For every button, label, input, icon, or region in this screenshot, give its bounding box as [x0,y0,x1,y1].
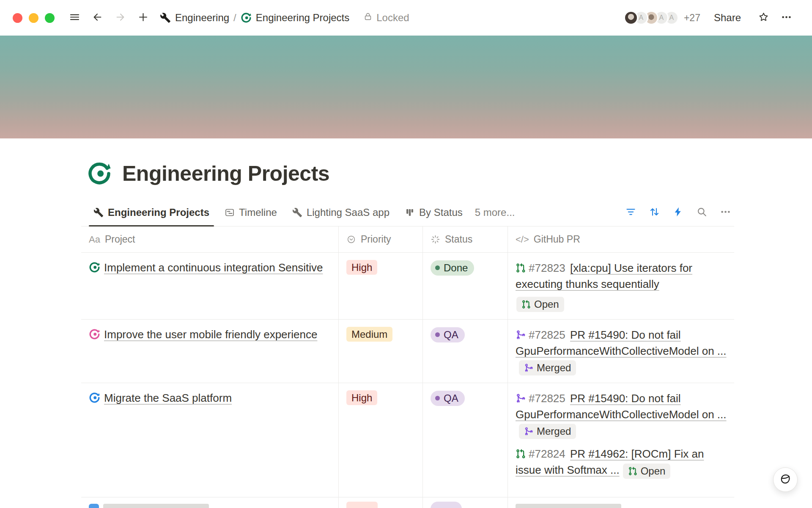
pr-number: #72823 [529,262,565,274]
breadcrumb-item-engineering[interactable]: Engineering [156,10,233,26]
page-title[interactable]: Engineering Projects [122,161,329,186]
page-icon[interactable] [87,161,112,186]
ellipsis-icon [781,11,792,24]
notion-ai-button[interactable] [773,467,798,492]
sidebar-toggle-button[interactable] [65,8,84,28]
page-more-button[interactable] [776,8,796,28]
status-dot [435,265,440,270]
project-cell [81,497,338,508]
select-property-icon [346,235,356,244]
project-title-fragment [103,504,209,508]
status-cell[interactable]: Done [422,253,508,319]
table-row: Migrate the SaaS platform High QA #72825… [81,383,734,497]
github-pr-mention[interactable]: #72825 PR #15490: Do not fail GpuPerform… [516,390,727,439]
code-property-icon: </> [516,234,529,245]
avatar-overflow-count[interactable]: +27 [684,12,700,24]
view-tab-lighting-saas-app[interactable]: Lighting SaaS app [287,199,395,226]
board-icon [405,207,415,218]
status-tag[interactable]: QA [431,327,465,342]
breadcrumb-label: Engineering Projects [256,12,349,24]
share-button[interactable]: Share [711,11,743,24]
status-dot [435,332,440,337]
forward-button[interactable] [110,8,130,28]
git-pull-request-open-icon [516,449,526,459]
sort-button[interactable] [645,204,663,221]
project-cell[interactable]: Improve the user mobile friendly experie… [81,320,338,383]
filter-icon [625,206,636,219]
status-label: Done [444,260,468,276]
project-page-link[interactable]: Improve the user mobile friendly experie… [89,328,317,341]
status-cell[interactable]: QA [422,383,508,497]
priority-tag-fragment [346,502,378,508]
priority-cell[interactable]: High [338,383,422,497]
column-header-github-pr[interactable]: </> GitHub PR [508,226,734,252]
project-cell[interactable]: Implement a continuous integration Sensi… [81,253,338,319]
pr-status-label: Open [641,464,666,479]
collaborator-avatars[interactable]: A A A [624,11,679,25]
project-page-link[interactable]: Implement a continuous integration Sensi… [89,261,323,274]
automations-button[interactable] [669,204,687,221]
status-cell[interactable]: QA [422,320,508,383]
favorite-button[interactable] [754,8,773,28]
github-pr-mention[interactable]: #72823 [xla:cpu] Use iterators for execu… [516,260,727,292]
plus-icon [137,11,149,24]
pr-status-badge: Merged [519,360,576,375]
locked-indicator[interactable]: Locked [363,12,409,24]
breadcrumb-item-engineering-projects[interactable]: Engineering Projects [237,10,353,26]
priority-tag[interactable]: High [346,390,377,405]
search-button[interactable] [693,204,710,221]
github-pr-cell[interactable]: #72823 [xla:cpu] Use iterators for execu… [508,253,734,319]
git-merge-icon [516,330,526,340]
pr-status-label: Open [534,297,559,312]
github-pr-cell[interactable]: #72825 PR #15490: Do not fail GpuPerform… [508,383,734,497]
git-pull-request-open-icon [516,263,526,273]
table-row: Implement a continuous integration Sensi… [81,253,734,320]
view-actions [622,204,734,221]
page-cover[interactable] [0,36,812,138]
status-tag[interactable]: Done [431,260,474,276]
git-merge-icon [524,427,533,436]
column-label: Priority [361,234,391,245]
project-page-link[interactable]: Migrate the SaaS platform [89,392,232,404]
column-header-status[interactable]: Status [422,226,508,252]
github-pr-mention[interactable]: #72825 PR #15490: Do not fail GpuPerform… [516,327,727,375]
hamburger-icon [69,11,80,24]
back-arrow-icon [92,11,103,24]
column-label: Status [445,234,472,245]
avatar[interactable] [624,11,638,25]
status-tag[interactable]: QA [431,391,465,406]
priority-tag[interactable]: Medium [346,327,392,342]
view-more-button[interactable] [716,204,734,221]
status-dot [435,396,440,400]
view-tab-by-status[interactable]: By Status [399,199,468,226]
project-page-icon [89,329,100,340]
pr-status-badge: Open [623,464,671,479]
notion-window: Engineering / Engineering Projects Locke… [0,0,812,508]
view-tab-engineering-projects[interactable]: Engineering Projects [88,199,215,226]
wrench-icon [292,207,302,218]
more-views-link[interactable]: 5 more... [475,207,515,218]
fullscreen-window-button[interactable] [45,13,55,23]
view-tab-timeline[interactable]: Timeline [219,199,283,226]
priority-cell[interactable]: Medium [338,320,422,383]
github-pr-cell[interactable]: #72825 PR #15490: Do not fail GpuPerform… [508,320,734,383]
column-header-priority[interactable]: Priority [338,226,422,252]
status-label: QA [444,327,458,342]
status-property-icon [431,235,440,244]
github-pr-mention[interactable]: #72824 PR #14962: [ROCm] Fix an issue wi… [516,446,727,478]
minimize-window-button[interactable] [29,13,38,23]
table-row: Improve the user mobile friendly experie… [81,320,734,383]
wrench-icon [160,12,171,23]
column-header-project[interactable]: Aa Project [81,226,338,252]
filter-button[interactable] [622,204,639,221]
new-page-button[interactable] [133,8,153,28]
breadcrumb-separator: / [233,12,236,24]
close-window-button[interactable] [13,13,22,23]
pr-state-row: Open [516,295,727,312]
pr-status-label: Merged [537,424,571,439]
project-cell[interactable]: Migrate the SaaS platform [81,383,338,497]
priority-tag[interactable]: High [346,260,377,275]
priority-cell[interactable]: High [338,253,422,319]
traffic-lights [13,13,55,23]
back-button[interactable] [88,8,107,28]
